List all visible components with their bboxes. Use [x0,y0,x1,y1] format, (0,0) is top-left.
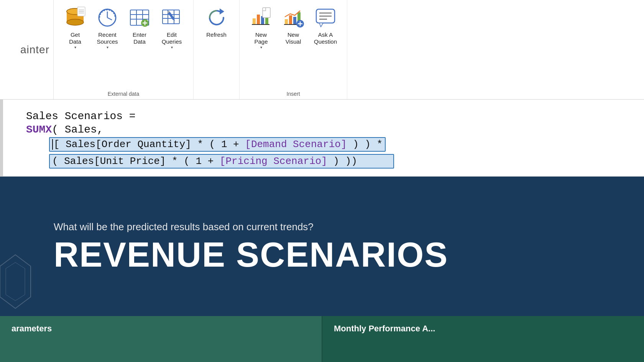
insert-group-label: Insert [287,91,300,99]
code-editor[interactable]: Sales Scenarios = SUMX ( Sales, [ Sales[… [0,100,644,177]
get-data-button[interactable]: GetData ▾ [61,4,90,52]
bottom-cards-row: arameters Monthly Performance A... [0,316,644,362]
ribbon-group-refresh: Refresh [194,0,240,99]
code-sel1-pre: [ [54,139,60,150]
svg-rect-33 [263,8,270,18]
new-page-arrow: ▾ [260,45,262,49]
svg-rect-35 [289,15,292,25]
bottom-card-parameters[interactable]: arameters [0,316,322,362]
new-page-icon [250,6,273,29]
ribbon-group-insert: NewPage ▾ [240,0,347,99]
new-visual-button[interactable]: NewVisual [279,4,308,48]
ribbon-group-external-data: GetData ▾ [54,0,194,99]
banner-subtitle: What will be the predicted results based… [54,221,621,233]
svg-rect-29 [257,15,260,25]
refresh-label: Refresh [206,31,227,38]
enter-data-label: EnterData [133,31,146,45]
banner-title: REVENUE SCENARIOS [54,238,621,272]
get-data-arrow: ▾ [74,45,76,49]
insert-buttons: NewPage ▾ [246,4,340,91]
edit-queries-button[interactable]: EditQueries ▾ [157,4,186,52]
code-line-1: Sales Scenarios = [26,110,644,122]
ribbon: ainter [0,0,644,100]
ribbon-groups: GetData ▾ [54,0,644,99]
code-text-1: Sales Scenarios = [26,110,136,122]
ribbon-left-panel: ainter [0,0,54,99]
svg-rect-34 [285,19,288,25]
code-sel2-field: [Pricing Scenario] [220,156,327,167]
code-sel2-post: ) )) [327,156,357,167]
bar-chart-icon [282,6,305,29]
banner-content: What will be the predicted results based… [54,221,621,272]
edit-queries-arrow: ▾ [171,45,173,49]
code-rest-2: ( Sales, [52,124,103,136]
recent-sources-label: RecentSources [97,31,118,45]
svg-rect-28 [253,18,256,25]
new-page-button[interactable]: NewPage ▾ [246,4,276,52]
recent-sources-button[interactable]: RecentSources ▾ [93,4,122,52]
code-sel2-pre: ( Sales[Unit Price] * ( 1 + [52,156,220,167]
banner-left-decoration [0,255,38,316]
new-page-label: NewPage [254,31,268,45]
ask-question-button[interactable]: Ask AQuestion [311,4,340,48]
main-wrapper: ainter [0,0,644,362]
svg-point-2 [67,19,84,25]
svg-line-10 [107,18,112,20]
code-cursor [52,139,53,150]
refresh-icon [205,6,228,29]
code-line-4: ( Sales[Unit Price] * ( 1 + [Pricing Sce… [49,153,644,169]
bottom-card-monthly[interactable]: Monthly Performance A... [322,316,644,362]
code-sel1-field: [Demand Scenario] [245,139,347,150]
speech-bubble-icon [314,6,337,29]
new-visual-label: NewVisual [286,31,301,45]
monthly-card-label: Monthly Performance A... [334,324,435,333]
code-selected-1: [ Sales[Order Quantity] * ( 1 + [Demand … [49,137,386,152]
svg-marker-27 [220,8,224,15]
edit-queries-label: EditQueries [162,31,182,45]
bottom-banner: What will be the predicted results based… [0,177,644,316]
painter-label: ainter [20,44,49,56]
recent-sources-arrow: ▾ [107,45,108,49]
code-keyword-sumx: SUMX [26,124,52,136]
svg-rect-36 [293,17,296,25]
code-sel1-mid: Sales[Order Quantity] * ( 1 + [60,139,245,150]
svg-marker-43 [319,23,323,27]
content-section: Sales Scenarios = SUMX ( Sales, [ Sales[… [0,100,644,362]
table-plus-icon [128,6,151,29]
code-selected-2: ( Sales[Unit Price] * ( 1 + [Pricing Sce… [49,154,394,169]
code-line-3: [ Sales[Order Quantity] * ( 1 + [Demand … [49,137,644,152]
code-sel1-post: ) ) * [347,139,383,150]
enter-data-button[interactable]: EnterData [125,4,154,48]
code-inner: Sales Scenarios = SUMX ( Sales, [ Sales[… [3,110,644,169]
refresh-button[interactable]: Refresh [202,4,231,41]
svg-marker-47 [0,255,31,308]
svg-marker-48 [6,262,25,301]
database-icon [64,6,87,29]
external-data-buttons: GetData ▾ [61,4,186,91]
get-data-label: GetData [69,31,81,45]
ask-question-label: Ask AQuestion [314,31,337,45]
pencil-table-icon [160,6,183,29]
external-data-group-label: External data [108,91,140,99]
parameters-card-label: arameters [12,324,52,333]
refresh-buttons: Refresh [202,4,231,97]
code-line-2: SUMX ( Sales, [26,124,644,136]
clock-icon [96,6,119,29]
